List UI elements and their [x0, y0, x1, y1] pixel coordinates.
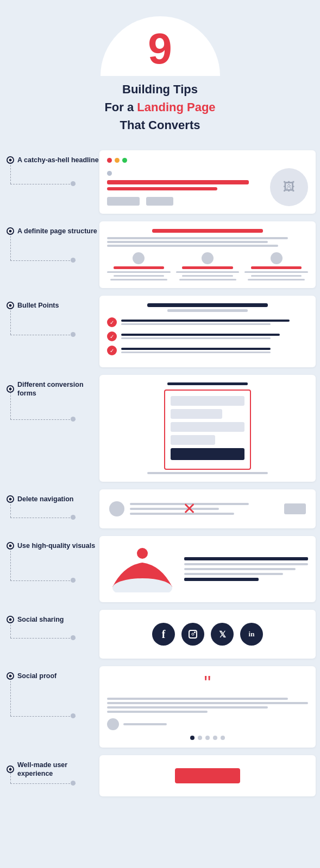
card1-text — [107, 168, 265, 206]
col-gray-2b — [182, 275, 233, 277]
bl-dark-3a — [121, 348, 271, 350]
col-red-1 — [114, 266, 164, 269]
tip-label-3: Bullet Points — [4, 301, 59, 310]
col-gray-3b — [251, 275, 302, 277]
image-icon: 🖼 — [283, 180, 295, 194]
dash-h-4 — [10, 419, 76, 420]
bullet-row-2: ✓ — [107, 331, 308, 341]
nav-line-3 — [130, 513, 234, 515]
card-8: " — [99, 666, 316, 748]
browser-dot-red — [107, 158, 112, 163]
card2-columns — [107, 252, 308, 280]
card2-gray-lines — [107, 237, 308, 247]
nav-rect — [284, 503, 306, 514]
gray-line-3 — [107, 245, 278, 247]
form-field-4 — [171, 435, 215, 445]
header-line3: That Converts — [11, 116, 309, 134]
dash-h-8 — [10, 716, 76, 717]
tip-row-5: Delete navigation ✕ — [4, 489, 316, 528]
header-line2-highlight: Landing Page — [137, 100, 215, 114]
connector-dot-2 — [71, 258, 76, 263]
header-arch: 9 — [101, 16, 220, 76]
proof-line-2 — [107, 702, 308, 704]
tip-card-7: f 𝕏 in — [99, 610, 316, 659]
tip-row-7: Social sharing f 𝕏 in — [4, 610, 316, 659]
svg-point-0 — [137, 548, 148, 559]
dash-h-2 — [10, 260, 76, 261]
dash-h-9 — [10, 783, 76, 784]
tip-text-5: Delete navigation — [17, 495, 74, 503]
tip-card-4 — [99, 375, 316, 482]
pag-dot-1 — [190, 736, 194, 740]
tip-text-2: A definite page structure — [17, 227, 97, 235]
visual-line-gray-1 — [184, 563, 308, 565]
col-gray-3c — [248, 279, 305, 280]
card6-text-area — [184, 557, 308, 581]
proof-line-3 — [107, 706, 268, 709]
card-3: ✓ ✓ ✓ — [99, 296, 316, 367]
tip-label-area-5: Delete navigation — [4, 489, 99, 528]
visual-line-gray-2 — [184, 568, 296, 570]
tip-label-2: A definite page structure — [4, 227, 97, 235]
bl-gray-3 — [121, 352, 271, 353]
header-line2: For a Landing Page — [11, 98, 309, 116]
dash-h-6 — [10, 580, 76, 582]
col-gray-1a — [107, 271, 171, 273]
dash-v-3 — [10, 308, 11, 335]
dash-h-7 — [10, 638, 76, 639]
tip-text-1: A catchy-as-hell headline — [17, 156, 99, 164]
header-text: Building Tips For a Landing Page That Co… — [11, 80, 309, 134]
card1-image: 🖼 — [270, 168, 308, 206]
connector-dot-6 — [71, 578, 76, 583]
main-container: 9 Building Tips For a Landing Page That … — [0, 0, 320, 818]
card1-inner-dot — [107, 171, 112, 176]
tip-row-1: A catchy-as-hell headline — [4, 150, 316, 214]
gray-line-2 — [107, 241, 268, 243]
tip-label-area-8: Social proof — [4, 666, 99, 748]
tip-card-2 — [99, 221, 316, 288]
pag-dot-5 — [221, 736, 225, 740]
proof-line-1 — [107, 698, 288, 700]
dash-v-2 — [10, 233, 11, 260]
tip-label-6: Use high-quality visuals — [4, 541, 95, 550]
dash-h-5 — [10, 518, 76, 519]
card1-pointer — [107, 168, 265, 178]
header: 9 Building Tips For a Landing Page That … — [0, 0, 320, 145]
connector-dot-8 — [71, 713, 76, 718]
browser-dot-yellow — [115, 158, 120, 163]
card1-content: 🖼 — [107, 168, 308, 206]
twitter-icon: 𝕏 — [211, 623, 234, 646]
tip-text-7: Social sharing — [17, 615, 64, 624]
tip-label-area-4: Different conversion forms — [4, 375, 99, 482]
connector-dot-5 — [71, 515, 76, 520]
pag-dot-3 — [205, 736, 210, 740]
card2-top-red — [152, 229, 263, 233]
col-gray-2a — [176, 271, 240, 273]
tip-text-9: Well-made user experience — [17, 761, 99, 778]
visual-line-gray-3 — [184, 573, 283, 575]
form-submit-button — [171, 448, 244, 460]
tip-label-area-7: Social sharing — [4, 610, 99, 659]
col-dot-1 — [133, 252, 145, 264]
browser-bar-1 — [107, 158, 308, 163]
card3-header-line — [147, 303, 268, 307]
card-1: 🖼 — [99, 150, 316, 214]
card2-col-2 — [176, 252, 240, 280]
col-gray-3a — [244, 271, 308, 273]
social-icons-row: f 𝕏 in — [107, 617, 308, 651]
card4-title-line — [167, 382, 248, 385]
tip-text-4: Different conversion forms — [17, 380, 99, 398]
nav-line-2 — [130, 508, 219, 510]
col-dot-2 — [202, 252, 214, 264]
pagination-dots — [107, 736, 308, 740]
ux-cta-button — [175, 768, 240, 783]
facebook-icon: f — [152, 623, 175, 646]
x-mark: ✕ — [183, 501, 196, 517]
card-7: f 𝕏 in — [99, 610, 316, 659]
dash-v-8 — [10, 678, 11, 716]
dash-v-1 — [10, 162, 11, 184]
gray-line-1 — [107, 237, 288, 239]
bl-gray-2 — [121, 337, 271, 339]
connector-dot-9 — [71, 781, 76, 786]
tip-card-3: ✓ ✓ ✓ — [99, 296, 316, 367]
